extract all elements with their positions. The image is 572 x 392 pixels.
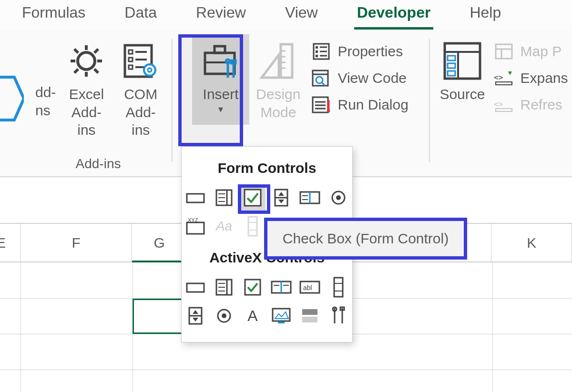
tab-help[interactable]: Help: [467, 4, 504, 30]
tab-developer[interactable]: Developer: [354, 4, 434, 30]
svg-rect-54: [448, 71, 455, 76]
svg-text:<>: <>: [494, 100, 503, 109]
svg-point-106: [222, 313, 226, 318]
svg-rect-63: [187, 194, 204, 202]
tab-view[interactable]: View: [282, 4, 321, 30]
group-xml: Source Map P <> Expans <>: [429, 30, 572, 176]
svg-rect-15: [129, 65, 133, 69]
colh-f[interactable]: F: [20, 224, 132, 261]
tab-review[interactable]: Review: [193, 4, 249, 30]
activex-scrollbar-control[interactable]: [326, 274, 351, 300]
svg-rect-62: [496, 109, 512, 111]
svg-rect-20: [214, 46, 225, 53]
code-magnify-icon: [311, 68, 332, 89]
svg-marker-31: [262, 55, 279, 78]
activex-image-control[interactable]: [268, 303, 294, 329]
svg-rect-69: [245, 190, 261, 206]
form-checkbox-control[interactable]: [240, 185, 266, 211]
design-mode-button[interactable]: DesignMode: [249, 34, 307, 125]
svg-point-41: [316, 77, 323, 83]
svg-line-8: [74, 69, 78, 73]
ruler-triangle-icon: [258, 38, 299, 83]
svg-marker-103: [193, 310, 198, 314]
svg-rect-52: [448, 56, 455, 60]
refresh-data-button[interactable]: <> Refres: [493, 94, 568, 115]
tab-formulas[interactable]: Formulas: [19, 4, 88, 30]
svg-rect-11: [129, 50, 133, 54]
addins-button[interactable]: dd-ns: [29, 34, 60, 143]
svg-line-7: [94, 69, 98, 73]
form-controls-heading: Form Controls: [186, 160, 347, 176]
expansion-packs-button[interactable]: <> Expans: [493, 68, 568, 89]
view-code-button[interactable]: View Code: [311, 68, 408, 89]
svg-rect-53: [448, 63, 455, 68]
svg-rect-80: [187, 222, 204, 234]
run-dialog-button[interactable]: Run Dialog: [311, 94, 408, 115]
form-label-control: Aa: [211, 213, 237, 239]
svg-text:<>: <>: [494, 73, 503, 82]
activex-listbox-control[interactable]: [268, 274, 294, 300]
activex-optionbutton-control[interactable]: [211, 303, 237, 329]
svg-rect-109: [278, 322, 285, 323]
colh-k[interactable]: K: [491, 224, 572, 261]
activex-commandbutton-control[interactable]: [183, 274, 208, 300]
svg-line-9: [94, 49, 98, 53]
activex-checkbox-control[interactable]: [240, 274, 266, 300]
source-button[interactable]: Source: [433, 34, 491, 115]
tab-data[interactable]: Data: [122, 4, 160, 30]
activex-togglebutton-control[interactable]: [297, 303, 323, 329]
svg-marker-108: [275, 312, 288, 319]
colh-g[interactable]: G: [132, 224, 187, 261]
svg-point-17: [144, 64, 155, 76]
tooltip-checkbox: Check Box (Form Control): [264, 218, 467, 260]
chevron-down-icon: ▾: [218, 103, 223, 115]
svg-rect-85: [187, 283, 204, 292]
expansion-icon: <>: [493, 68, 514, 89]
svg-marker-73: [278, 200, 284, 203]
properties-icon: [311, 41, 332, 62]
colh-e[interactable]: E: [0, 224, 20, 261]
svg-rect-48: [327, 110, 330, 112]
svg-point-79: [336, 195, 341, 200]
svg-rect-26: [281, 44, 292, 78]
svg-rect-37: [316, 55, 318, 57]
form-combobox-control[interactable]: [211, 185, 237, 211]
properties-button[interactable]: Properties: [311, 41, 408, 62]
svg-text:XYZ: XYZ: [188, 217, 198, 223]
excel-addins-button[interactable]: ExcelAdd-ins: [60, 34, 114, 143]
form-listbox-control[interactable]: [297, 185, 323, 211]
activex-morecontrols-control[interactable]: [326, 303, 351, 329]
form-spinner-control[interactable]: [268, 185, 294, 211]
source-pane-icon: [441, 38, 484, 83]
svg-rect-110: [302, 309, 317, 315]
map-properties-button[interactable]: Map P: [493, 41, 568, 62]
form-groupbox-control[interactable]: XYZ: [183, 213, 208, 239]
activex-combobox-control[interactable]: [211, 274, 237, 300]
toolbox-icon: [200, 38, 241, 83]
svg-rect-60: [496, 82, 512, 85]
ribbon-tabs: Formulas Data Review View Developer Help: [0, 0, 572, 30]
group-label-addins: Add-ins: [76, 156, 121, 171]
svg-line-6: [74, 49, 78, 53]
activex-label-control[interactable]: A: [240, 303, 266, 329]
group-addins: dd-ns ExcelAdd-ins: [0, 30, 172, 176]
map-icon: [493, 41, 514, 62]
form-scrollbar-control: [240, 213, 266, 239]
activex-spinbutton-control[interactable]: [183, 303, 208, 329]
label: dd-: [35, 84, 56, 100]
form-button-control[interactable]: [183, 185, 208, 211]
svg-rect-111: [302, 317, 317, 322]
svg-marker-59: [508, 71, 512, 75]
gear-icon: [68, 38, 105, 83]
svg-rect-55: [496, 44, 512, 59]
svg-rect-98: [334, 278, 343, 297]
list-gear-icon: [121, 38, 160, 83]
svg-rect-35: [316, 50, 318, 53]
activex-textbox-control[interactable]: abl: [297, 274, 323, 300]
form-optionbutton-control[interactable]: [326, 185, 351, 211]
com-addins-button[interactable]: COMAdd-ins: [113, 34, 168, 143]
svg-rect-13: [129, 58, 133, 61]
insert-controls-button[interactable]: Insert ▾: [192, 34, 249, 125]
svg-rect-33: [316, 46, 318, 49]
selected-cell[interactable]: [133, 299, 188, 334]
